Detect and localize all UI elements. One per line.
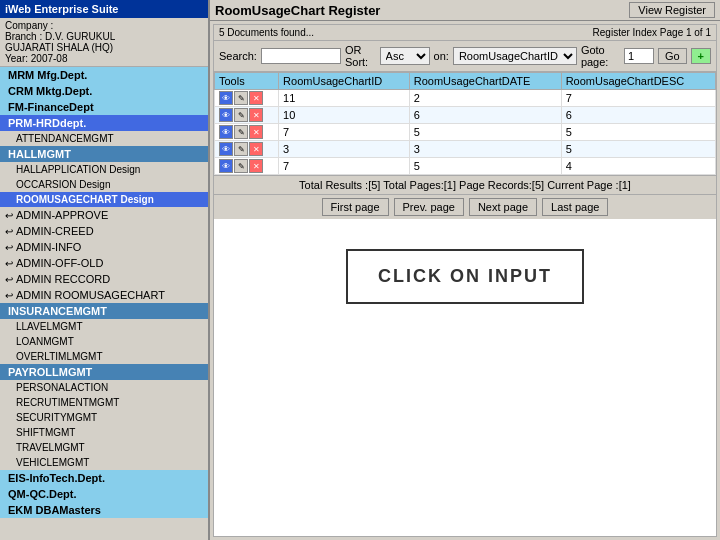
sidebar-label-admin-rec: ADMIN RECCORD xyxy=(16,273,110,285)
sidebar-label-hallapplication: HALLAPPLICATION Design xyxy=(16,164,140,175)
data-table: ToolsRoomUsageChartIDRoomUsageChartDATER… xyxy=(214,72,716,175)
row-3-col-1: 3 xyxy=(409,141,561,158)
table-header: ToolsRoomUsageChartIDRoomUsageChartDATER… xyxy=(215,73,716,90)
tool-icons-1: 👁✎✕ xyxy=(219,108,274,122)
nav-icon-admin-info: ↩ xyxy=(5,242,13,253)
view-register-button[interactable]: View Register xyxy=(629,2,715,18)
company-label: Company : xyxy=(5,20,203,31)
on-label: on: xyxy=(434,50,449,62)
register-area: 5 Documents found... Register Index Page… xyxy=(213,24,717,537)
first-page-button[interactable]: First page xyxy=(322,198,389,216)
table-row: 👁✎✕754 xyxy=(215,158,716,175)
sidebar-label-hallmgmt: HALLMGMT xyxy=(8,148,71,160)
sidebar-item-admin-rec[interactable]: ↩ADMIN RECCORD xyxy=(0,271,208,287)
delete-icon-0[interactable]: ✕ xyxy=(249,91,263,105)
delete-icon-1[interactable]: ✕ xyxy=(249,108,263,122)
sidebar-item-ekm[interactable]: EKM DBAMasters xyxy=(0,502,208,518)
sidebar-item-mrm[interactable]: MRM Mfg.Dept. xyxy=(0,67,208,83)
view-icon-4[interactable]: 👁 xyxy=(219,159,233,173)
sort-select[interactable]: Asc Desc xyxy=(380,47,430,65)
nav-icon-admin-rec: ↩ xyxy=(5,274,13,285)
sidebar-item-insurancemgmt[interactable]: INSURANCEMGMT xyxy=(0,303,208,319)
sidebar-label-vehicle: VEHICLEMGMT xyxy=(16,457,89,468)
go-button[interactable]: Go xyxy=(658,48,687,64)
sidebar-item-admin-info[interactable]: ↩ADMIN-INFO xyxy=(0,239,208,255)
table-row: 👁✎✕1066 xyxy=(215,107,716,124)
sidebar-item-fm[interactable]: FM-FinanceDept xyxy=(0,99,208,115)
sidebar-item-llavel[interactable]: LLAVELMGMT xyxy=(0,319,208,334)
table-body: 👁✎✕1127👁✎✕1066👁✎✕755👁✎✕335👁✎✕754 xyxy=(215,90,716,175)
search-input[interactable] xyxy=(261,48,341,64)
sidebar-item-eis[interactable]: EIS-InfoTech.Dept. xyxy=(0,470,208,486)
delete-icon-3[interactable]: ✕ xyxy=(249,142,263,156)
topbar: RoomUsageChart Register View Register xyxy=(210,0,720,21)
row-2-col-1: 5 xyxy=(409,124,561,141)
edit-icon-3[interactable]: ✎ xyxy=(234,142,248,156)
row-3-col-2: 5 xyxy=(561,141,715,158)
sidebar-item-shift[interactable]: SHIFTMGMT xyxy=(0,425,208,440)
sidebar-item-roomusage[interactable]: ROOMUSAGECHART Design xyxy=(0,192,208,207)
sidebar-label-admin-creed: ADMIN-CREED xyxy=(16,225,94,237)
sidebar-item-attendance[interactable]: ATTENDANCEMGMT xyxy=(0,131,208,146)
goto-input[interactable] xyxy=(624,48,654,64)
sidebar-item-prm[interactable]: PRM-HRDdept. xyxy=(0,115,208,131)
sidebar-label-recruitment: RECRUTIMENTMGMT xyxy=(16,397,119,408)
row-3-tools: 👁✎✕ xyxy=(215,141,279,158)
sidebar-label-overtime: OVERLTIMLMGMT xyxy=(16,351,102,362)
nav-icon-admin-approve: ↩ xyxy=(5,210,13,221)
sidebar-item-admin-room[interactable]: ↩ADMIN ROOMUSAGECHART xyxy=(0,287,208,303)
sidebar-label-admin-off-old: ADMIN-OFF-OLD xyxy=(16,257,103,269)
row-4-col-2: 4 xyxy=(561,158,715,175)
results-bar: Total Results :[5] Total Pages:[1] Page … xyxy=(214,175,716,195)
sidebar-label-ekm: EKM DBAMasters xyxy=(8,504,101,516)
sidebar-item-vehicle[interactable]: VEHICLEMGMT xyxy=(0,455,208,470)
delete-icon-4[interactable]: ✕ xyxy=(249,159,263,173)
col-header-roomusagechartdesc: RoomUsageChartDESC xyxy=(561,73,715,90)
sidebar-item-qm[interactable]: QM-QC.Dept. xyxy=(0,486,208,502)
delete-icon-2[interactable]: ✕ xyxy=(249,125,263,139)
sidebar-item-travel[interactable]: TRAVELMGMT xyxy=(0,440,208,455)
table-row: 👁✎✕755 xyxy=(215,124,716,141)
row-0-tools: 👁✎✕ xyxy=(215,90,279,107)
index-info: Register Index Page 1 of 1 xyxy=(593,27,711,38)
sidebar-item-occarsion[interactable]: OCCARSION Design xyxy=(0,177,208,192)
sidebar-label-insurancemgmt: INSURANCEMGMT xyxy=(8,305,107,317)
sidebar-item-loan[interactable]: LOANMGMT xyxy=(0,334,208,349)
sidebar-item-hallmgmt[interactable]: HALLMGMT xyxy=(0,146,208,162)
edit-icon-1[interactable]: ✎ xyxy=(234,108,248,122)
sidebar-item-overtime[interactable]: OVERLTIMLMGMT xyxy=(0,349,208,364)
edit-icon-4[interactable]: ✎ xyxy=(234,159,248,173)
on-field-select[interactable]: RoomUsageChartID xyxy=(453,47,577,65)
company-info: Company : Branch : D.V. GURUKUL GUJARATI… xyxy=(0,18,208,67)
edit-icon-2[interactable]: ✎ xyxy=(234,125,248,139)
sidebar-label-qm: QM-QC.Dept. xyxy=(8,488,76,500)
sidebar-item-security[interactable]: SECURITYMGMT xyxy=(0,410,208,425)
sidebar-label-eis: EIS-InfoTech.Dept. xyxy=(8,472,105,484)
year-label: Year: 2007-08 xyxy=(5,53,203,64)
add-button[interactable]: + xyxy=(691,48,711,64)
last-page-button[interactable]: Last page xyxy=(542,198,608,216)
edit-icon-0[interactable]: ✎ xyxy=(234,91,248,105)
view-icon-0[interactable]: 👁 xyxy=(219,91,233,105)
sidebar-item-admin-creed[interactable]: ↩ADMIN-CREED xyxy=(0,223,208,239)
nav-icon-admin-off-old: ↩ xyxy=(5,258,13,269)
sidebar-item-crm[interactable]: CRM Mktg.Dept. xyxy=(0,83,208,99)
tool-icons-0: 👁✎✕ xyxy=(219,91,274,105)
sidebar-item-personal[interactable]: PERSONALACTION xyxy=(0,380,208,395)
org-label: GUJARATI SHALA (HQ) xyxy=(5,42,203,53)
sidebar-item-recruitment[interactable]: RECRUTIMENTMGMT xyxy=(0,395,208,410)
sidebar-label-roomusage: ROOMUSAGECHART Design xyxy=(16,194,154,205)
sidebar-label-admin-approve: ADMIN-APPROVE xyxy=(16,209,108,221)
view-icon-2[interactable]: 👁 xyxy=(219,125,233,139)
sidebar-item-admin-off-old[interactable]: ↩ADMIN-OFF-OLD xyxy=(0,255,208,271)
sidebar-item-admin-approve[interactable]: ↩ADMIN-APPROVE xyxy=(0,207,208,223)
view-icon-1[interactable]: 👁 xyxy=(219,108,233,122)
next-page-button[interactable]: Next page xyxy=(469,198,537,216)
sidebar-label-fm: FM-FinanceDept xyxy=(8,101,94,113)
view-icon-3[interactable]: 👁 xyxy=(219,142,233,156)
row-1-col-2: 6 xyxy=(561,107,715,124)
prev-page-button[interactable]: Prev. page xyxy=(394,198,464,216)
sidebar-item-payroll[interactable]: PAYROLLMGMT xyxy=(0,364,208,380)
sidebar-item-hallapplication[interactable]: HALLAPPLICATION Design xyxy=(0,162,208,177)
click-on-input-label: CLICK ON INPUT xyxy=(346,249,584,304)
